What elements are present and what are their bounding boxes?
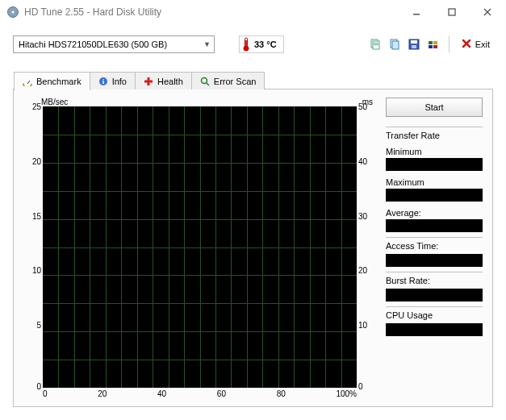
drive-select-value: Hitachi HDS721050DLE630 (500 GB) bbox=[19, 40, 167, 49]
y-right-axis: 50 40 30 20 10 0 bbox=[357, 106, 376, 388]
info-icon: i bbox=[98, 77, 108, 86]
svg-point-6 bbox=[244, 46, 249, 51]
svg-rect-12 bbox=[392, 41, 399, 49]
thermometer-icon bbox=[241, 37, 251, 52]
svg-rect-2 bbox=[413, 14, 420, 15]
svg-rect-18 bbox=[429, 45, 433, 48]
start-button[interactable]: Start bbox=[386, 98, 483, 117]
window-title: HD Tune 2.55 - Hard Disk Utility bbox=[24, 6, 404, 18]
y-left-tick: 0 bbox=[25, 383, 41, 391]
tab-label: Info bbox=[112, 77, 127, 86]
svg-rect-10 bbox=[374, 44, 378, 45]
minimize-button[interactable] bbox=[404, 4, 429, 20]
maximize-button[interactable] bbox=[440, 4, 464, 20]
svg-point-20 bbox=[23, 80, 31, 86]
toolbar-icons: Exit bbox=[368, 35, 493, 53]
y-left-tick: 10 bbox=[25, 267, 41, 275]
top-toolbar: Hitachi HDS721050DLE630 (500 GB) ▼ 33 °C bbox=[13, 32, 493, 56]
exit-button[interactable]: Exit bbox=[458, 35, 493, 53]
average-label: Average: bbox=[386, 208, 483, 218]
tab-health[interactable]: Health bbox=[135, 72, 192, 89]
y-left-tick: 5 bbox=[25, 322, 41, 330]
maximum-value bbox=[386, 189, 483, 202]
svg-line-21 bbox=[27, 81, 30, 84]
x-tick: 40 bbox=[157, 389, 166, 398]
x-tick: 80 bbox=[277, 389, 286, 398]
options-icon[interactable] bbox=[426, 37, 441, 52]
y-left-tick: 25 bbox=[25, 103, 41, 111]
access-time-label: Access Time: bbox=[386, 237, 483, 251]
save-icon[interactable] bbox=[407, 37, 421, 52]
maximum-label: Maximum bbox=[386, 177, 483, 187]
x-tick: 20 bbox=[98, 389, 107, 398]
svg-rect-17 bbox=[433, 41, 437, 44]
temperature-indicator: 33 °C bbox=[239, 35, 284, 53]
tab-info[interactable]: i Info bbox=[90, 72, 136, 89]
benchmark-icon bbox=[23, 77, 32, 86]
x-tick: 0 bbox=[43, 389, 48, 398]
chevron-down-icon: ▼ bbox=[203, 40, 211, 48]
y-right-tick: 30 bbox=[358, 213, 374, 221]
tab-label: Error Scan bbox=[214, 77, 257, 86]
y-left-label: MB/sec bbox=[41, 98, 68, 106]
tab-label: Health bbox=[157, 77, 183, 86]
svg-point-26 bbox=[201, 77, 207, 83]
search-icon bbox=[200, 77, 210, 86]
y-right-tick: 50 bbox=[358, 103, 374, 111]
svg-rect-15 bbox=[412, 45, 416, 48]
exit-icon bbox=[461, 38, 472, 51]
x-tick: 60 bbox=[217, 389, 226, 398]
svg-rect-16 bbox=[429, 41, 433, 44]
transfer-rate-title: Transfer Rate bbox=[386, 127, 483, 140]
svg-point-1 bbox=[12, 11, 15, 14]
cpu-usage-value bbox=[386, 323, 483, 336]
tab-strip: Benchmark i Info Health bbox=[14, 72, 264, 89]
svg-rect-19 bbox=[433, 45, 437, 48]
app-icon bbox=[6, 6, 19, 19]
x-tick: 100% bbox=[336, 389, 357, 398]
chart-canvas bbox=[43, 106, 357, 388]
tab-errorscan[interactable]: Error Scan bbox=[191, 72, 266, 89]
temperature-value: 33 °C bbox=[254, 40, 277, 49]
y-right-tick: 0 bbox=[358, 383, 374, 391]
toolbar-separator bbox=[449, 36, 450, 52]
drive-select[interactable]: Hitachi HDS721050DLE630 (500 GB) ▼ bbox=[13, 35, 215, 53]
content-area: Hitachi HDS721050DLE630 (500 GB) ▼ 33 °C bbox=[0, 24, 506, 420]
svg-rect-14 bbox=[411, 40, 417, 44]
svg-rect-25 bbox=[144, 80, 153, 82]
svg-rect-9 bbox=[374, 43, 378, 44]
svg-rect-3 bbox=[449, 9, 455, 15]
exit-label: Exit bbox=[475, 40, 490, 49]
titlebar: HD Tune 2.55 - Hard Disk Utility bbox=[0, 0, 506, 24]
svg-line-27 bbox=[207, 83, 209, 85]
average-value bbox=[386, 219, 483, 232]
app-window: HD Tune 2.55 - Hard Disk Utility Hitachi… bbox=[0, 0, 506, 420]
results-panel: Start Transfer Rate Minimum Maximum Aver… bbox=[386, 98, 483, 398]
y-left-axis: 25 20 15 10 5 0 bbox=[23, 106, 43, 388]
y-left-tick: 15 bbox=[25, 213, 41, 221]
copy-info-icon[interactable] bbox=[368, 37, 383, 52]
y-right-tick: 20 bbox=[358, 267, 374, 275]
close-button[interactable] bbox=[475, 4, 500, 20]
chart-area: MB/sec ms 25 20 15 10 5 0 bbox=[23, 98, 376, 398]
tab-benchmark[interactable]: Benchmark bbox=[14, 72, 90, 90]
tab-label: Benchmark bbox=[36, 77, 82, 86]
y-right-tick: 10 bbox=[358, 322, 374, 330]
access-time-value bbox=[386, 254, 483, 267]
window-controls bbox=[404, 4, 500, 20]
copy-screenshot-icon[interactable] bbox=[387, 37, 402, 52]
minimum-label: Minimum bbox=[386, 147, 483, 156]
y-left-tick: 20 bbox=[25, 158, 41, 166]
tab-panel: Benchmark i Info Health bbox=[13, 89, 493, 407]
cpu-usage-label: CPU Usage bbox=[386, 306, 483, 320]
x-axis: 0 20 40 60 80 100% bbox=[23, 389, 376, 398]
y-right-tick: 40 bbox=[358, 158, 374, 166]
burst-rate-label: Burst Rate: bbox=[386, 272, 483, 285]
benchmark-panel: MB/sec ms 25 20 15 10 5 0 bbox=[14, 89, 492, 406]
burst-rate-value bbox=[386, 289, 483, 301]
health-icon bbox=[144, 77, 153, 86]
minimum-value bbox=[386, 158, 483, 171]
